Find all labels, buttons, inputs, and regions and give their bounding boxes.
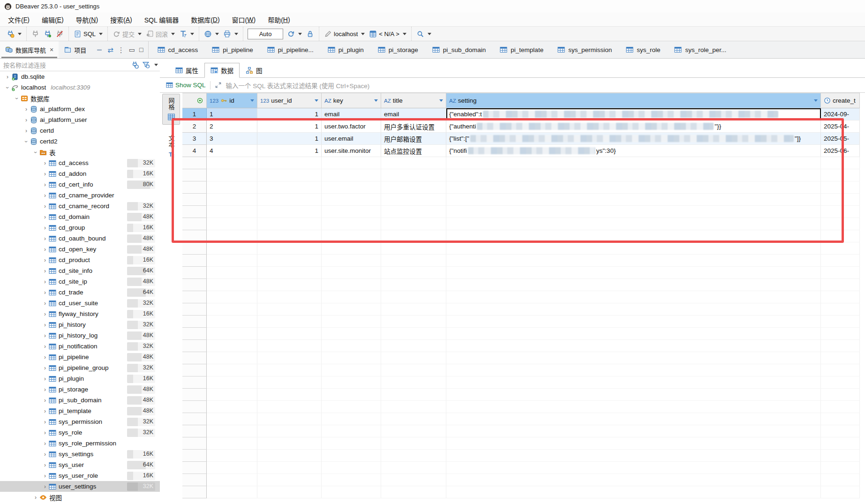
- empty-cell[interactable]: [207, 291, 257, 303]
- editor-tab-sys_permission[interactable]: sys_permission: [550, 41, 619, 58]
- empty-cell[interactable]: [821, 437, 860, 450]
- print-button[interactable]: [221, 28, 240, 39]
- row-number-empty[interactable]: [182, 474, 207, 486]
- row-number[interactable]: 1: [182, 108, 207, 120]
- empty-cell[interactable]: [821, 425, 860, 437]
- empty-cell[interactable]: [446, 328, 821, 340]
- empty-cell[interactable]: [322, 218, 381, 230]
- cell-setting[interactable]: {"list":[""]}: [446, 133, 821, 145]
- empty-cell[interactable]: [207, 340, 257, 352]
- tree-item-cd_user_suite[interactable]: ›cd_user_suite32K: [0, 298, 160, 308]
- empty-cell[interactable]: [207, 194, 257, 206]
- empty-cell[interactable]: [207, 352, 257, 364]
- empty-cell[interactable]: [446, 462, 821, 474]
- transaction-mode-button[interactable]: [177, 28, 196, 39]
- row-number-empty[interactable]: [182, 450, 207, 462]
- row-number-empty[interactable]: [182, 364, 207, 376]
- expand-arrow-icon[interactable]: ›: [41, 483, 49, 490]
- tree-item-[interactable]: ›数据库: [0, 93, 160, 104]
- tree-item-localhost[interactable]: ›localhostlocalhost:3309: [0, 82, 160, 93]
- cell-title[interactable]: email: [381, 108, 446, 120]
- tree-item-cd_domain[interactable]: ›cd_domain48K: [0, 211, 160, 222]
- row-number-empty[interactable]: [182, 230, 207, 242]
- cell-key[interactable]: email: [322, 108, 381, 120]
- empty-cell[interactable]: [821, 206, 860, 218]
- collapse-arrow-icon[interactable]: ›: [14, 95, 20, 102]
- result-tab-属性[interactable]: 属性: [169, 63, 204, 78]
- editor-tab-pi_pipeline[interactable]: pi_pipeline...: [260, 41, 321, 58]
- presentation-文本[interactable]: 文本T: [162, 131, 180, 162]
- empty-cell[interactable]: [322, 413, 381, 425]
- empty-cell[interactable]: [381, 462, 446, 474]
- editor-tab-pi_pipeline[interactable]: pi_pipeline: [205, 41, 260, 58]
- filter-connections-icon[interactable]: [142, 61, 150, 69]
- empty-cell[interactable]: [381, 181, 446, 194]
- row-number-empty[interactable]: [182, 169, 207, 181]
- empty-cell[interactable]: [446, 181, 821, 194]
- dropdown-caret[interactable]: [428, 33, 431, 35]
- row-number-empty[interactable]: [182, 242, 207, 255]
- empty-cell[interactable]: [207, 279, 257, 291]
- row-number-empty[interactable]: [182, 437, 207, 450]
- tree-item-certd2[interactable]: ›certd2: [0, 136, 160, 147]
- empty-cell[interactable]: [207, 413, 257, 425]
- empty-cell[interactable]: [381, 486, 446, 498]
- empty-cell[interactable]: [207, 474, 257, 486]
- active-connection-button[interactable]: localhost: [322, 28, 367, 39]
- empty-cell[interactable]: [381, 450, 446, 462]
- row-number-empty[interactable]: [182, 376, 207, 389]
- column-header-setting[interactable]: AZsetting: [446, 93, 821, 108]
- empty-cell[interactable]: [322, 267, 381, 279]
- empty-cell[interactable]: [446, 255, 821, 267]
- empty-cell[interactable]: [446, 291, 821, 303]
- tree-item-pi_history_log[interactable]: ›pi_history_log48K: [0, 330, 160, 341]
- cell-user-id[interactable]: 1: [257, 108, 322, 120]
- expand-arrow-icon[interactable]: ›: [23, 106, 30, 113]
- editor-tab-sys_role[interactable]: sys_role: [619, 41, 667, 58]
- maximize-icon[interactable]: □: [139, 46, 143, 53]
- empty-cell[interactable]: [322, 157, 381, 169]
- expand-arrow-icon[interactable]: ›: [41, 160, 49, 166]
- cell-key[interactable]: user.two.factor: [322, 120, 381, 133]
- row-number[interactable]: 3: [182, 133, 207, 145]
- tree-item-pi_plugin[interactable]: ›pi_plugin16K: [0, 373, 160, 384]
- collapse-arrow-icon[interactable]: ›: [23, 138, 30, 145]
- empty-cell[interactable]: [821, 364, 860, 376]
- empty-cell[interactable]: [257, 389, 322, 401]
- empty-cell[interactable]: [322, 255, 381, 267]
- auto-commit-input[interactable]: Auto: [248, 29, 283, 39]
- tree-item-cd_cert_info[interactable]: ›cd_cert_info80K: [0, 179, 160, 190]
- empty-cell[interactable]: [446, 230, 821, 242]
- column-header-user_id[interactable]: 123user_id: [257, 93, 322, 108]
- empty-cell[interactable]: [381, 328, 446, 340]
- tree-item-pi_pipeline[interactable]: ›pi_pipeline48K: [0, 352, 160, 362]
- empty-cell[interactable]: [322, 340, 381, 352]
- empty-cell[interactable]: [446, 376, 821, 389]
- empty-cell[interactable]: [381, 303, 446, 316]
- empty-cell[interactable]: [446, 340, 821, 352]
- empty-cell[interactable]: [446, 364, 821, 376]
- empty-cell[interactable]: [381, 401, 446, 413]
- empty-cell[interactable]: [446, 157, 821, 169]
- empty-cell[interactable]: [257, 230, 322, 242]
- empty-cell[interactable]: [446, 316, 821, 328]
- tree-item-dbsqlite[interactable]: ›db.sqlite: [0, 71, 160, 82]
- empty-cell[interactable]: [381, 242, 446, 255]
- empty-cell[interactable]: [257, 376, 322, 389]
- expand-arrow-icon[interactable]: ›: [41, 203, 49, 210]
- cell-title[interactable]: 站点监控设置: [381, 145, 446, 157]
- dropdown-caret[interactable]: [215, 33, 219, 35]
- tree-item-[interactable]: ›表: [0, 147, 160, 158]
- empty-cell[interactable]: [821, 218, 860, 230]
- empty-cell[interactable]: [257, 364, 322, 376]
- row-number[interactable]: 2: [182, 120, 207, 133]
- empty-cell[interactable]: [257, 462, 322, 474]
- empty-cell[interactable]: [257, 352, 322, 364]
- empty-cell[interactable]: [381, 376, 446, 389]
- expand-arrow-icon[interactable]: ›: [41, 376, 49, 382]
- empty-cell[interactable]: [257, 157, 322, 169]
- empty-cell[interactable]: [381, 437, 446, 450]
- dropdown-caret[interactable]: [171, 33, 175, 35]
- empty-cell[interactable]: [322, 450, 381, 462]
- tree-item-cd_site_ip[interactable]: ›cd_site_ip48K: [0, 276, 160, 287]
